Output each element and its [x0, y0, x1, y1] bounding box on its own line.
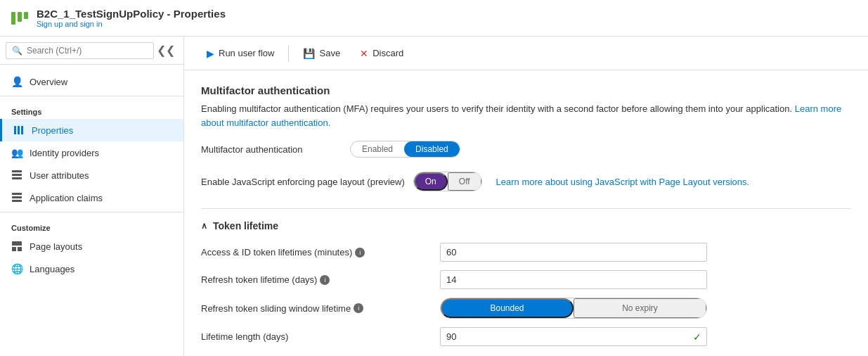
svg-rect-9 — [12, 241, 22, 246]
bounded-option[interactable]: Bounded — [441, 298, 574, 318]
token-section-header: ∧ Token lifetime — [201, 220, 851, 231]
refresh-input[interactable] — [440, 270, 707, 289]
search-icon: 🔍 — [12, 46, 22, 56]
sidebar-item-application-claims-label: Application claims — [30, 193, 103, 203]
application-claims-icon — [11, 192, 22, 203]
refresh-info-icon[interactable]: i — [320, 275, 330, 285]
sidebar-item-languages-label: Languages — [30, 264, 75, 274]
svg-rect-6 — [12, 193, 22, 195]
customize-section-label: Customize — [0, 215, 183, 235]
sidebar-item-properties[interactable]: Properties — [0, 119, 183, 141]
svg-rect-5 — [12, 177, 22, 179]
content-area: Multifactor authentication Enabling mult… — [184, 70, 868, 356]
logo-bar-3 — [24, 12, 28, 19]
run-icon: ▶ — [207, 48, 214, 59]
sidebar-nav: 👤 Overview Settings Properties 👥 Identit… — [0, 65, 183, 286]
token-lifetime-section: ∧ Token lifetime Access & ID token lifet… — [201, 208, 851, 346]
save-button[interactable]: 💾 Save — [294, 44, 349, 63]
toolbar-separator-1 — [288, 45, 289, 62]
languages-icon: 🌐 — [11, 263, 22, 274]
svg-rect-7 — [12, 196, 22, 198]
mfa-toggle-row: Multifactor authentication Enabled Disab… — [201, 141, 851, 158]
lifetime-select[interactable]: 90 — [440, 327, 707, 346]
sidebar-item-application-claims[interactable]: Application claims — [0, 186, 183, 209]
access-id-info-icon[interactable]: i — [355, 248, 365, 258]
access-id-row: Access & ID token lifetimes (minutes) i — [201, 243, 851, 262]
sidebar-search-row: 🔍 ❮❮ — [0, 37, 183, 65]
svg-rect-10 — [12, 247, 16, 251]
sliding-window-row: Refresh token sliding window lifetime i … — [201, 298, 851, 319]
sidebar-item-overview[interactable]: 👤 Overview — [0, 70, 183, 93]
mfa-section: Multifactor authentication Enabling mult… — [201, 84, 851, 191]
chevron-up-icon: ∧ — [201, 221, 207, 231]
access-id-input[interactable] — [440, 243, 707, 262]
js-toggle-label: Enable JavaScript enforcing page layout … — [201, 177, 405, 187]
refresh-lifetime-row: Refresh token lifetime (days) i — [201, 270, 851, 289]
discard-icon: ✕ — [360, 48, 368, 59]
discard-button[interactable]: ✕ Discard — [351, 44, 412, 63]
sidebar-item-page-layouts[interactable]: Page layouts — [0, 235, 183, 258]
main-content: ▶ Run user flow 💾 Save ✕ Discard Multifa… — [184, 37, 868, 356]
mfa-disabled-option[interactable]: Disabled — [404, 141, 460, 157]
sidebar-item-identity-providers-label: Identity providers — [30, 148, 99, 158]
js-off-option[interactable]: Off — [448, 172, 481, 191]
properties-icon — [13, 125, 25, 136]
svg-rect-11 — [18, 247, 22, 251]
settings-section-label: Settings — [0, 99, 183, 119]
discard-label: Discard — [373, 48, 403, 58]
select-checkmark-icon: ✓ — [693, 331, 701, 343]
logo-bar-2 — [18, 12, 22, 22]
run-user-flow-label: Run user flow — [219, 48, 274, 58]
sidebar-item-user-attributes-label: User attributes — [30, 170, 89, 181]
svg-rect-8 — [12, 200, 22, 202]
js-toggle-row: Enable JavaScript enforcing page layout … — [201, 172, 851, 191]
mfa-toggle-label: Multifactor authentication — [201, 144, 342, 155]
sidebar-item-identity-providers[interactable]: 👥 Identity providers — [0, 141, 183, 164]
sliding-info-icon[interactable]: i — [354, 303, 363, 313]
save-label: Save — [319, 48, 340, 58]
refresh-lifetime-label: Refresh token lifetime (days) i — [201, 274, 440, 285]
svg-rect-0 — [14, 126, 16, 134]
run-user-flow-button[interactable]: ▶ Run user flow — [198, 44, 283, 63]
search-box[interactable]: 🔍 — [6, 42, 154, 59]
svg-rect-4 — [12, 174, 22, 176]
header-title-group: B2C_1_TestSignUpPolicy - Properties Sign… — [37, 8, 226, 28]
logo-bars — [11, 12, 28, 25]
sidebar-item-page-layouts-label: Page layouts — [30, 241, 82, 252]
toolbar: ▶ Run user flow 💾 Save ✕ Discard — [184, 37, 868, 70]
mfa-enabled-option[interactable]: Enabled — [351, 141, 404, 157]
logo — [11, 12, 28, 25]
access-id-label: Access & ID token lifetimes (minutes) i — [201, 247, 440, 258]
mfa-toggle-group: Enabled Disabled — [350, 141, 460, 158]
lifetime-length-row: Lifetime length (days) 90 ✓ — [201, 327, 851, 346]
user-attributes-icon — [11, 170, 22, 181]
token-section-title: Token lifetime — [213, 220, 278, 231]
svg-rect-3 — [12, 170, 22, 172]
svg-rect-2 — [21, 126, 23, 134]
search-input[interactable] — [27, 46, 148, 56]
js-learn-more-link[interactable]: Learn more about using JavaScript with P… — [496, 177, 750, 187]
sidebar-item-languages[interactable]: 🌐 Languages — [0, 258, 183, 280]
divider-settings — [0, 96, 183, 96]
noexpiry-option[interactable]: No expiry — [574, 298, 706, 318]
page-layouts-icon — [11, 241, 22, 252]
sidebar-item-overview-label: Overview — [30, 77, 67, 87]
lifetime-select-wrapper: 90 ✓ — [440, 327, 707, 346]
lifetime-length-label: Lifetime length (days) — [201, 331, 440, 342]
save-icon: 💾 — [303, 48, 315, 59]
logo-bar-1 — [11, 12, 15, 25]
identity-providers-icon: 👥 — [11, 147, 22, 158]
app-layout: 🔍 ❮❮ 👤 Overview Settings Properties 👥 Id… — [0, 37, 868, 356]
sidebar: 🔍 ❮❮ 👤 Overview Settings Properties 👥 Id… — [0, 37, 184, 356]
page-title: B2C_1_TestSignUpPolicy - Properties — [37, 8, 226, 20]
overview-icon: 👤 — [11, 76, 22, 87]
app-header: B2C_1_TestSignUpPolicy - Properties Sign… — [0, 0, 868, 37]
page-subtitle: Sign up and sign in — [37, 20, 226, 28]
collapse-sidebar-button[interactable]: ❮❮ — [154, 41, 178, 60]
js-on-option[interactable]: On — [414, 172, 448, 191]
svg-rect-1 — [18, 126, 20, 134]
sidebar-item-properties-label: Properties — [32, 125, 73, 136]
sidebar-item-user-attributes[interactable]: User attributes — [0, 164, 183, 186]
mfa-section-title: Multifactor authentication — [201, 84, 851, 96]
divider-customize — [0, 212, 183, 212]
